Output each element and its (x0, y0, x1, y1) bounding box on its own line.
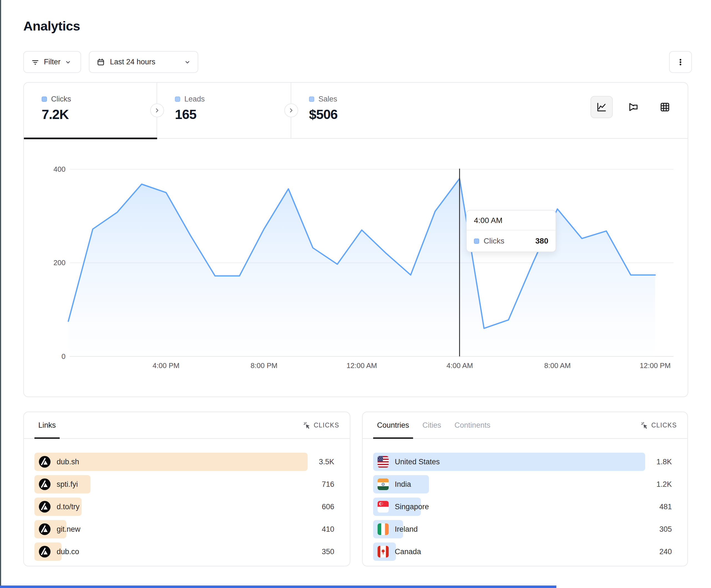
tab-cities[interactable]: Cities (419, 412, 445, 438)
country-row[interactable]: India 1.2K (373, 475, 672, 493)
y-axis-tick: 400 (32, 165, 66, 174)
metric-value: 7.2K (42, 107, 156, 122)
x-axis-tick: 8:00 AM (544, 361, 570, 370)
metric-label: Clicks (51, 95, 71, 104)
country-clicks-value: 1.2K (645, 480, 672, 489)
link-clicks-value: 350 (308, 547, 334, 556)
country-clicks-value: 481 (645, 502, 672, 511)
country-row[interactable]: Singapore 481 (373, 498, 672, 516)
country-label: India (395, 480, 411, 489)
calendar-icon (96, 58, 105, 66)
chart-area-fill (68, 179, 655, 356)
x-axis-tick: 12:00 PM (640, 361, 670, 370)
more-options-button[interactable] (669, 51, 692, 73)
date-range-button[interactable]: Last 24 hours (89, 51, 198, 73)
tooltip-metric-value: 380 (535, 236, 548, 246)
clicks-legend-square (474, 239, 479, 244)
link-row[interactable]: dub.co 350 (35, 543, 334, 561)
link-label: d.to/try (57, 502, 80, 511)
link-clicks-value: 3.5K (308, 458, 334, 466)
expand-metrics-button[interactable] (284, 104, 298, 117)
x-axis-tick: 4:00 AM (447, 361, 473, 370)
dub-logo-icon (39, 546, 50, 558)
metric-tabs: Clicks 7.2K Leads 165 Sales $506 (24, 83, 688, 139)
x-axis-tick: 4:00 PM (153, 361, 180, 370)
page-title: Analytics (23, 18, 80, 33)
chevron-down-icon (65, 59, 71, 65)
link-row[interactable]: d.to/try 606 (35, 498, 334, 516)
country-label: Ireland (395, 525, 418, 534)
link-row[interactable]: dub.sh 3.5K (35, 453, 334, 471)
y-axis-tick: 0 (32, 352, 66, 361)
table-view-button[interactable] (654, 96, 676, 118)
analytics-card: 0 200 400 4:00 PM 8:00 PM 12:00 AM 4:00 … (23, 82, 688, 397)
line-chart-view-button[interactable] (590, 96, 613, 118)
line-chart-icon (596, 101, 607, 113)
x-axis-tick: 12:00 AM (346, 361, 377, 370)
chevron-down-icon (184, 59, 191, 65)
panel-metric-selector[interactable]: CLICKS (303, 421, 339, 429)
panel-metric-label: CLICKS (651, 422, 677, 429)
dub-logo-icon (39, 523, 50, 535)
clicks-legend-square (42, 96, 47, 102)
countries-panel: Countries Cities Continents CLICKS (362, 412, 688, 566)
country-clicks-value: 305 (645, 525, 672, 534)
tab-sales[interactable]: Sales $506 (291, 83, 436, 139)
x-axis-tick: 8:00 PM (251, 361, 278, 370)
filter-button[interactable]: Filter (23, 51, 81, 73)
flag-us-icon (378, 456, 389, 468)
funnel-icon (628, 101, 639, 113)
country-row[interactable]: United States 1.8K (373, 453, 672, 471)
panel-metric-selector[interactable]: CLICKS (640, 421, 677, 429)
filter-icon (31, 58, 39, 66)
link-row[interactable]: git.new 410 (35, 520, 334, 538)
flag-ireland-icon (378, 523, 389, 535)
link-label: dub.sh (57, 458, 79, 466)
dub-logo-icon (39, 501, 50, 513)
funnel-view-button[interactable] (622, 96, 644, 118)
y-axis-tick: 200 (32, 258, 66, 267)
country-clicks-value: 240 (645, 547, 672, 556)
expand-metrics-button[interactable] (150, 104, 164, 117)
tooltip-time: 4:00 AM (467, 210, 556, 230)
cursor-click-icon (640, 421, 649, 429)
link-clicks-value: 606 (308, 502, 334, 511)
dub-logo-icon (39, 478, 50, 490)
analytics-page: Analytics Filter Last 24 hours (0, 0, 711, 588)
flag-canada-icon (378, 546, 389, 558)
tab-countries[interactable]: Countries (373, 412, 413, 438)
tab-continents[interactable]: Continents (451, 412, 494, 438)
chart-type-switcher (590, 96, 676, 118)
sales-legend-square (309, 96, 314, 102)
link-label: git.new (57, 525, 81, 534)
dub-logo-icon (39, 456, 50, 468)
bottom-selection-strip (0, 586, 556, 588)
country-label: United States (395, 458, 440, 466)
tab-clicks[interactable]: Clicks 7.2K (24, 83, 157, 139)
metric-label: Leads (184, 95, 205, 104)
country-row[interactable]: Canada 240 (373, 543, 672, 561)
kebab-menu-icon (676, 58, 685, 67)
grid-table-icon (659, 101, 670, 113)
link-label: dub.co (57, 547, 79, 556)
chart-tooltip: 4:00 AM Clicks 380 (466, 210, 556, 252)
flag-india-icon (378, 478, 389, 490)
link-row[interactable]: spti.fyi 716 (35, 475, 334, 493)
country-clicks-value: 1.8K (645, 458, 672, 466)
filter-button-label: Filter (44, 58, 61, 66)
link-clicks-value: 410 (308, 525, 334, 534)
tab-links[interactable]: Links (35, 412, 60, 438)
link-label: spti.fyi (57, 480, 78, 489)
metric-value: $506 (309, 107, 436, 122)
chart-line (68, 179, 655, 329)
country-label: Singapore (395, 502, 429, 511)
metric-label: Sales (319, 95, 337, 104)
link-clicks-value: 716 (308, 480, 334, 489)
flag-singapore-icon (378, 501, 389, 513)
metric-value: 165 (175, 107, 291, 122)
tooltip-metric-label: Clicks (483, 236, 504, 246)
active-tab-underline (24, 138, 157, 139)
country-row[interactable]: Ireland 305 (373, 520, 672, 538)
links-panel: Links CLICKS (23, 412, 350, 566)
tab-leads[interactable]: Leads 165 (157, 83, 291, 139)
